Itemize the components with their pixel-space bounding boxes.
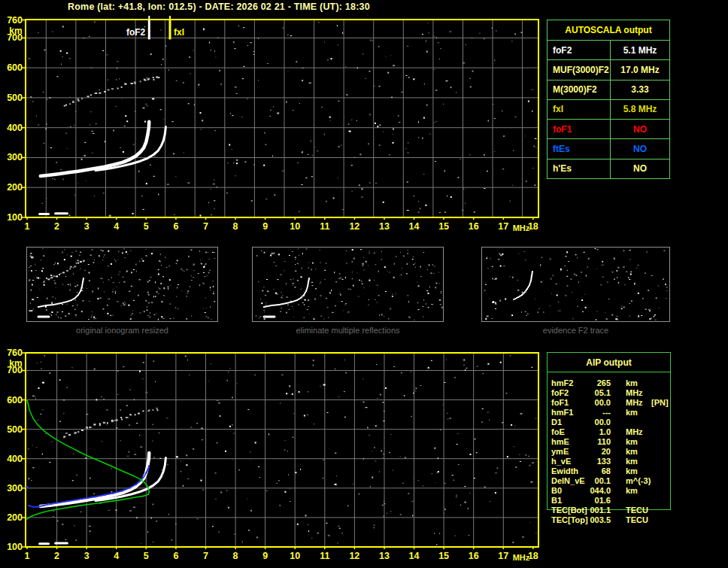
axis-label: 100 — [7, 212, 23, 223]
axis-label: 500 — [7, 424, 23, 435]
parameter-label: h'Es — [548, 159, 611, 178]
axis-label: 15 — [438, 551, 449, 561]
parameter-label: foF1 — [551, 398, 569, 407]
station-date-title: Rome (lat: +41.8, lon: 012.5) - DATE: 20… — [68, 2, 370, 12]
axis-label: MHz — [513, 223, 530, 232]
series-sparse-dots — [487, 254, 504, 317]
axis-label: 13 — [379, 221, 390, 232]
parameter-label: fxI — [548, 100, 611, 119]
noise-speckle-layer — [29, 22, 537, 217]
parameter-label: ftEs — [548, 139, 611, 158]
aip-row-ewidth: Ewidth68km — [551, 466, 672, 476]
parameter-value: 003.5 — [590, 515, 611, 524]
parameter-label: TEC[Top] — [551, 515, 588, 524]
parameter-unit: km — [626, 486, 638, 495]
thumbnail-thumb_original — [27, 248, 218, 322]
axis-label: 400 — [7, 454, 23, 464]
parameter-label: foF2 — [551, 388, 569, 397]
series-main-trace — [38, 278, 84, 308]
parameter-unit: m^(-3) — [626, 476, 651, 485]
series-main-trace — [263, 278, 310, 308]
parameter-value: 20 — [602, 447, 611, 456]
axis-label: 700 — [7, 32, 23, 43]
axis-label: 1 — [25, 551, 30, 561]
axis-label: 600 — [7, 395, 23, 405]
autoscala-row-muf-3000-f2: MUF(3000)F217.0 MHz — [548, 59, 669, 79]
parameter-value: NO — [611, 139, 669, 158]
axis-label: 18 — [528, 551, 538, 561]
noise-speckle-layer — [29, 248, 216, 320]
parameter-label: Ewidth — [551, 466, 578, 475]
parameter-unit: km — [626, 457, 638, 466]
axis-label: 700 — [7, 365, 23, 375]
parameter-label: M(3000)F2 — [548, 80, 611, 99]
parameter-unit: km — [626, 437, 638, 446]
aip-row-fof1: foF100.0MHz[PN] — [551, 398, 672, 408]
parameter-value: --- — [602, 408, 611, 417]
series-restored-o-trace-fit — [28, 465, 150, 508]
axis-label: 15 — [438, 221, 449, 232]
axis-label: 2 — [54, 551, 59, 561]
axis-label: 11 — [320, 221, 329, 232]
autoscala-table-rows: foF25.1 MHzMUF(3000)F217.0 MHzM(3000)F23… — [548, 41, 669, 178]
thumbnail-thumb_no_multiples — [253, 248, 444, 322]
parameter-value: 133 — [597, 457, 611, 466]
axis-label: 17 — [498, 551, 508, 561]
parameter-value: 17.0 MHz — [611, 60, 669, 79]
axis-label: 8 — [233, 551, 238, 561]
axis-label: foF2 — [126, 27, 146, 38]
axis-label: 10 — [290, 551, 300, 561]
autoscala-output-table: AUTOSCALA output foF25.1 MHzMUF(3000)F21… — [547, 20, 670, 179]
autoscala-row-ftes: ftEsNO — [548, 138, 669, 158]
axis-label: 8 — [233, 221, 238, 232]
series-second-hop-arc — [43, 260, 84, 283]
parameter-unit: TECU — [626, 515, 648, 524]
autoscala-row-m-3000-f2: M(3000)F23.33 — [548, 80, 669, 99]
axis-label: 300 — [7, 483, 23, 494]
aip-table-header: AIP output — [548, 353, 670, 372]
aip-row-deln-ve: DelN_vE00.1m^(-3) — [551, 476, 672, 486]
axis-label: 18 — [528, 221, 538, 232]
axis-label: 760 — [7, 15, 23, 26]
aip-row-tec-bot-: TEC[Bot]001.1TECU — [551, 506, 672, 515]
aip-row-hmf2: hmF2265km — [551, 378, 672, 388]
aip-row-tec-top-: TEC[Top]003.5TECU — [551, 515, 672, 525]
autoscala-row-fxi: fxI5.8 MHz — [548, 99, 669, 119]
parameter-value: 5.8 MHz — [611, 100, 669, 119]
series-f2-arc — [513, 271, 533, 300]
series-left-edge-dots — [29, 257, 35, 311]
aip-row-h-ve: h_vE133km — [551, 457, 672, 466]
parameter-label: TEC[Bot] — [551, 506, 587, 515]
parameter-unit: km — [626, 466, 638, 475]
autoscala-program-screen: 760700600500400300200100km12345678910111… — [0, 0, 728, 568]
series-f2-o-mode-trace — [41, 122, 150, 176]
parameter-label: hmE — [551, 437, 569, 446]
noise-speckle-layer — [484, 248, 668, 320]
series-f2-o-mode-trace — [41, 453, 150, 506]
aip-row-hme: hmE110km — [551, 437, 672, 447]
axis-label: 5 — [144, 221, 149, 232]
axis-label: 1 — [25, 221, 30, 232]
series-second-hop-echo — [64, 77, 160, 107]
parameter-unit: km — [626, 408, 638, 417]
aip-row-fof2: foF205.1MHz — [551, 388, 672, 398]
axis-label: 6 — [173, 551, 178, 561]
parameter-unit: MHz — [626, 398, 643, 407]
axis-label: 500 — [7, 93, 23, 103]
parameter-unit: km — [626, 378, 638, 387]
parameter-label: B1 — [551, 496, 562, 505]
parameter-value: 001.1 — [590, 506, 611, 515]
axis-label: 17 — [498, 221, 508, 232]
thumbnail-caption-original: original ionogram resized — [26, 326, 218, 335]
series-fit-start-point — [26, 486, 29, 488]
axis-label: 14 — [409, 551, 420, 561]
autoscala-table-header: AUTOSCALA output — [548, 20, 669, 41]
axis-label: 100 — [7, 542, 23, 552]
axis-label: 200 — [7, 182, 23, 193]
parameter-value: NO — [611, 159, 669, 178]
parameter-label: hmF2 — [551, 378, 573, 387]
noise-speckle-layer — [28, 355, 537, 545]
axis-label: 7 — [203, 221, 208, 232]
axis-label: 3 — [84, 551, 89, 561]
axis-label: 6 — [173, 221, 178, 232]
